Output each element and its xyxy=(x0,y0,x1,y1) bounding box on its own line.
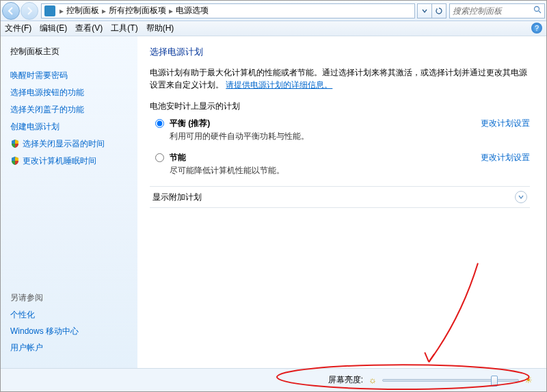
control-panel-icon xyxy=(44,5,55,16)
search-box[interactable] xyxy=(449,3,545,18)
plan-balanced: 平衡 (推荐) 利用可用的硬件自动平衡功耗与性能。 更改计划设置 xyxy=(150,118,530,142)
menu-tools[interactable]: 工具(T) xyxy=(111,23,137,34)
menu-edit[interactable]: 编辑(E) xyxy=(40,23,67,34)
see-also-section: 另请参阅 个性化 Windows 移动中心 用户帐户 xyxy=(10,292,79,358)
brightness-slider[interactable] xyxy=(382,374,519,387)
back-button[interactable] xyxy=(2,2,20,20)
address-bar: ▸ 控制面板 ▸ 所有控制面板项 ▸ 电源选项 xyxy=(1,1,546,21)
plan-description: 利用可用的硬件自动平衡功耗与性能。 xyxy=(170,131,467,142)
menu-bar: 文件(F) 编辑(E) 查看(V) 工具(T) 帮助(H) ? xyxy=(1,21,546,36)
change-plan-settings-link[interactable]: 更改计划设置 xyxy=(481,152,530,164)
plan-radio-power-saver[interactable] xyxy=(155,153,164,162)
plan-group-title: 电池安时计上显示的计划 xyxy=(150,101,530,112)
sidebar: 控制面板主页 唤醒时需要密码 选择电源按钮的功能 选择关闭盖子的功能 创建电源计… xyxy=(1,36,137,368)
slider-track xyxy=(382,379,519,382)
plan-name: 节能 xyxy=(170,153,186,162)
plan-power-saver: 节能 尽可能降低计算机性能以节能。 更改计划设置 xyxy=(150,152,530,177)
sidebar-link-create-plan[interactable]: 创建电源计划 xyxy=(10,121,128,132)
page-title: 选择电源计划 xyxy=(150,46,530,58)
sidebar-link-close-lid[interactable]: 选择关闭盖子的功能 xyxy=(10,104,128,115)
sidebar-link-power-button[interactable]: 选择电源按钮的功能 xyxy=(10,87,128,98)
brightness-low-icon: ☼ xyxy=(369,375,377,385)
plan-description: 尽可能降低计算机性能以节能。 xyxy=(170,165,467,177)
chevron-down-icon[interactable] xyxy=(515,191,527,203)
plan-name: 平衡 xyxy=(170,118,186,128)
see-also-mobility-center[interactable]: Windows 移动中心 xyxy=(10,326,79,337)
refresh-button[interactable] xyxy=(431,3,446,18)
brightness-label: 屏幕亮度: xyxy=(328,374,363,386)
sidebar-link-wake-password[interactable]: 唤醒时需要密码 xyxy=(10,70,128,81)
svg-point-0 xyxy=(535,7,539,12)
slider-thumb[interactable] xyxy=(491,376,498,387)
plan-details-link[interactable]: 请提供电源计划的详细信息。 xyxy=(226,80,332,90)
shield-icon xyxy=(10,139,20,148)
breadcrumb-item[interactable]: 所有控制面板项 xyxy=(109,5,166,16)
see-also-user-accounts[interactable]: 用户帐户 xyxy=(10,342,79,353)
see-also-title: 另请参阅 xyxy=(10,292,79,304)
main-panel: 选择电源计划 电源计划有助于最大化计算机的性能或者节能。通过选择计划来将其激活，… xyxy=(137,36,546,368)
footer-bar: 屏幕亮度: ☼ ☀ xyxy=(1,368,546,391)
show-additional-plans-row[interactable]: 显示附加计划 xyxy=(150,186,530,208)
expand-title: 显示附加计划 xyxy=(152,192,515,203)
see-also-personalization[interactable]: 个性化 xyxy=(10,309,79,320)
help-icon[interactable]: ? xyxy=(531,23,542,34)
menu-view[interactable]: 查看(V) xyxy=(75,23,103,34)
search-icon xyxy=(533,5,542,16)
menu-file[interactable]: 文件(F) xyxy=(5,23,31,34)
breadcrumb-item[interactable]: 电源选项 xyxy=(176,5,209,16)
sidebar-link-display-off[interactable]: 选择关闭显示器的时间 xyxy=(10,138,128,149)
breadcrumb[interactable]: ▸ 控制面板 ▸ 所有控制面板项 ▸ 电源选项 xyxy=(41,3,415,18)
breadcrumb-dropdown-button[interactable] xyxy=(417,3,432,18)
search-input[interactable] xyxy=(453,6,531,16)
svg-line-1 xyxy=(539,11,541,13)
plan-recommended: (推荐) xyxy=(188,118,210,128)
menu-help[interactable]: 帮助(H) xyxy=(146,23,174,34)
control-panel-home-link[interactable]: 控制面板主页 xyxy=(10,46,128,57)
shield-icon xyxy=(10,156,20,166)
change-plan-settings-link[interactable]: 更改计划设置 xyxy=(481,118,530,129)
brightness-high-icon: ☀ xyxy=(524,375,533,385)
forward-button[interactable] xyxy=(21,2,38,20)
breadcrumb-item[interactable]: 控制面板 xyxy=(66,5,99,16)
page-description: 电源计划有助于最大化计算机的性能或者节能。通过选择计划来将其激活，或选择计划并通… xyxy=(150,66,530,91)
plan-radio-balanced[interactable] xyxy=(155,119,164,128)
sidebar-link-sleep-time[interactable]: 更改计算机睡眠时间 xyxy=(10,155,128,166)
